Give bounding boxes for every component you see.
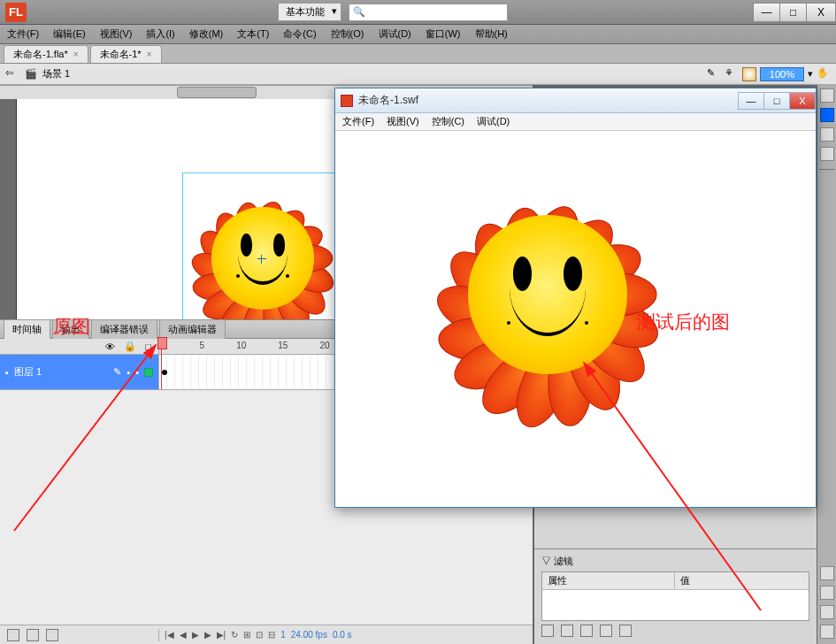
menu-cmd[interactable]: 命令(C) (280, 26, 319, 42)
doc-tab-2-label: 未命名-1* (100, 48, 142, 61)
swf-close-button[interactable]: X (789, 92, 816, 110)
swap-color-icon[interactable] (820, 88, 834, 103)
options-icon[interactable] (820, 625, 834, 639)
fill-color-swatch[interactable] (820, 108, 834, 122)
flash-doc-icon (341, 95, 353, 107)
fps-display[interactable]: 24.00 fps (291, 630, 327, 640)
document-tabs: 未命名-1.fla*× 未命名-1*× (0, 44, 836, 64)
sunflower-preview (424, 171, 671, 418)
presets-button[interactable] (561, 625, 573, 637)
edit-scene-icon[interactable]: ✎ (707, 67, 721, 81)
menu-window[interactable]: 窗口(W) (422, 26, 464, 42)
play-button[interactable]: ▶ (192, 630, 199, 640)
next-frame-button[interactable]: ▶ (204, 630, 211, 640)
lock-icon[interactable]: 🔒 (124, 341, 136, 352)
sunflower-symbol[interactable] (183, 179, 342, 319)
clipboard-button[interactable] (580, 625, 593, 637)
close-icon[interactable]: × (73, 50, 79, 59)
outline-icon[interactable]: □ (145, 341, 151, 352)
tab-output[interactable]: 输出 (52, 319, 89, 339)
filters-header[interactable]: ▽ 滤镜 (541, 553, 809, 570)
search-input[interactable]: 🔍 (349, 4, 508, 21)
workspace-dropdown[interactable]: 基本功能 (278, 3, 341, 21)
straighten-icon[interactable] (820, 605, 834, 619)
window-minimize-button[interactable]: — (753, 3, 780, 22)
smile (510, 288, 586, 336)
swf-menu-file[interactable]: 文件(F) (342, 115, 374, 128)
swf-menu-debug[interactable]: 调试(D) (477, 115, 510, 128)
window-maximize-button[interactable]: □ (779, 3, 807, 22)
filters-table: 属性 值 (541, 571, 809, 621)
tick: 20 (319, 341, 329, 350)
back-arrow-icon[interactable]: ⇦ (5, 67, 19, 81)
scene-icon: 🎬 (25, 68, 37, 80)
last-frame-button[interactable]: ▶| (217, 630, 226, 640)
first-frame-button[interactable]: |◀ (165, 630, 174, 640)
main-menubar: 文件(F) 编辑(E) 视图(V) 插入(I) 修改(M) 文本(T) 命令(C… (0, 25, 836, 44)
window-close-button[interactable]: X (806, 3, 836, 22)
layer-row[interactable]: ▪ 图层 1 ✎ • • (0, 355, 159, 389)
menu-control[interactable]: 控制(O) (327, 26, 368, 42)
zoom-dropdown[interactable]: 100% (760, 67, 804, 81)
eye-right (564, 257, 583, 291)
workspace-icon[interactable] (742, 67, 756, 81)
menu-file[interactable]: 文件(F) (4, 26, 42, 42)
symbol-icon[interactable]: ⚘ (725, 67, 739, 81)
tab-motion-editor[interactable]: 动画编辑器 (159, 319, 226, 339)
current-frame[interactable]: 1 (280, 630, 286, 640)
delete-filter-button[interactable] (619, 625, 632, 637)
close-icon[interactable]: × (147, 50, 152, 59)
delete-layer-button[interactable] (46, 629, 58, 641)
menu-modify[interactable]: 修改(M) (186, 26, 227, 42)
new-folder-button[interactable] (27, 629, 39, 641)
menu-text[interactable]: 文本(T) (234, 26, 272, 42)
swf-titlebar[interactable]: 未命名-1.swf — □ X (335, 88, 816, 113)
swf-menu-control[interactable]: 控制(C) (432, 115, 464, 128)
swf-maximize-button[interactable]: □ (763, 92, 790, 110)
prev-frame-button[interactable]: ◀ (180, 630, 187, 640)
scene-bar: ⇦ 🎬 场景 1 ✎ ⚘ 100% ▾ ✋ (0, 64, 836, 85)
doc-tab-1[interactable]: 未命名-1.fla*× (4, 45, 88, 63)
loop-button[interactable]: ↻ (231, 630, 238, 640)
tick: 5 (200, 341, 205, 350)
scene-label[interactable]: 场景 1 (42, 67, 70, 80)
tab-timeline[interactable]: 时间轴 (4, 319, 50, 339)
smooth-icon[interactable] (820, 586, 834, 600)
eye-left (513, 257, 533, 291)
selection-rect[interactable] (182, 172, 341, 319)
keyframe[interactable] (162, 370, 167, 375)
snap-icon[interactable] (820, 566, 834, 580)
eye-icon[interactable]: 👁 (105, 341, 115, 352)
app-logo: FL (5, 3, 27, 22)
layer-name[interactable]: 图层 1 (14, 365, 42, 379)
layer-lock-dot[interactable]: • (135, 367, 139, 378)
playhead[interactable] (161, 339, 162, 389)
swf-menu-view[interactable]: 视图(V) (387, 115, 419, 128)
hand-tool-icon[interactable]: ✋ (817, 67, 831, 81)
menu-edit[interactable]: 编辑(E) (50, 26, 89, 42)
app-titlebar: FL 基本功能 🔍 — □ X (0, 0, 836, 25)
toggle-filter-button[interactable] (600, 625, 612, 637)
color-toolstrip (817, 85, 836, 644)
swf-preview-window[interactable]: 未命名-1.swf — □ X 文件(F) 视图(V) 控制(C) 调试(D) (334, 88, 817, 508)
menu-help[interactable]: 帮助(H) (472, 26, 511, 42)
tick: 10 (236, 341, 246, 350)
tab-compiler-errors[interactable]: 编译器错误 (91, 319, 157, 339)
menu-view[interactable]: 视图(V) (96, 26, 136, 42)
layer-eye-dot[interactable]: • (127, 367, 130, 378)
menu-insert[interactable]: 插入(I) (142, 26, 178, 42)
edit-multiple-button[interactable]: ⊟ (268, 630, 275, 640)
new-layer-button[interactable] (7, 629, 19, 641)
swf-stage (335, 131, 816, 507)
menu-debug[interactable]: 调试(D) (375, 26, 415, 42)
zoom-chevron-icon[interactable]: ▾ (808, 68, 813, 80)
onion-outline-button[interactable]: ⊡ (256, 630, 263, 640)
doc-tab-2[interactable]: 未命名-1*× (90, 45, 162, 63)
onion-skin-button[interactable]: ⊞ (243, 630, 250, 640)
swf-minimize-button[interactable]: — (738, 92, 764, 110)
no-color-icon[interactable] (820, 147, 834, 161)
stroke-color-swatch[interactable] (820, 127, 834, 142)
layer-outline-swatch[interactable] (144, 368, 153, 377)
filters-col-value: 值 (675, 572, 695, 589)
add-filter-button[interactable] (541, 625, 554, 637)
